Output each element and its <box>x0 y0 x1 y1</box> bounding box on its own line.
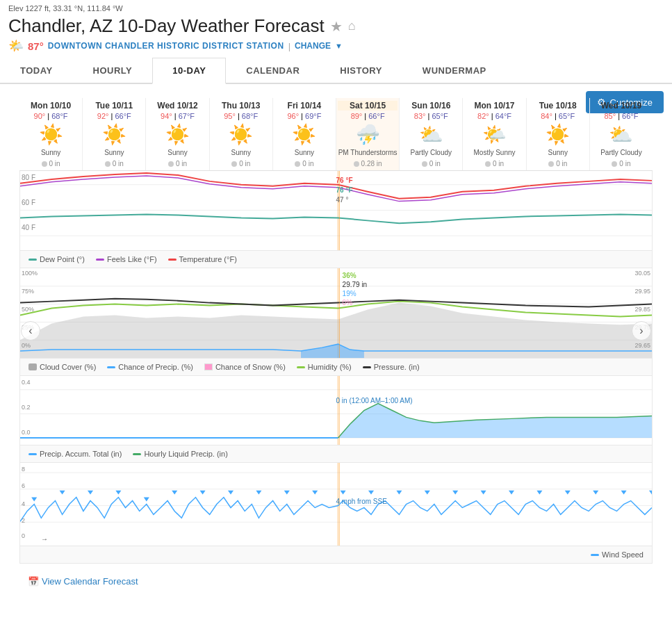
wind-y-4: 4 <box>22 500 25 507</box>
tab-hourly[interactable]: HOURLY <box>73 58 153 83</box>
day-temps-4: 96° | 69°F <box>274 112 334 120</box>
day-precip-7: 0 in <box>464 160 524 167</box>
precip-dot-4 <box>295 161 300 167</box>
precip-svg <box>20 268 652 358</box>
day-col-3: Thu 10/13 95° | 68°F ☀️ Sunny 0 in <box>210 98 273 170</box>
tab-history[interactable]: HISTORY <box>320 58 402 83</box>
day-low-8: 65°F <box>559 112 575 120</box>
svg-marker-41 <box>565 491 571 495</box>
hourly-liquid-color <box>133 453 141 455</box>
precip-val-4: 0 in <box>302 160 313 167</box>
view-calendar-link[interactable]: 📅 View Calendar Forecast <box>28 576 644 587</box>
svg-marker-37 <box>452 491 458 495</box>
legend-cloud-cover: Cloud Cover (%) <box>28 363 96 371</box>
y-right-2995: 29.95 <box>634 288 650 295</box>
wind-chart: 8 6 4 2 0 4 mph from SSE → <box>19 463 653 546</box>
precip-val-3: 0 in <box>239 160 250 167</box>
day-condition-6: Partly Cloudy <box>401 149 461 157</box>
wind-tooltip-value: 4 mph from SSE <box>336 498 387 505</box>
day-low-9: 66°F <box>622 112 638 120</box>
svg-marker-38 <box>481 491 486 495</box>
day-col-5: Sat 10/15 89° | 66°F ⛈️ PM Thunderstorms… <box>336 98 400 170</box>
accum-chart-legend: Precip. Accum. Total (in) Hourly Liquid … <box>19 445 653 463</box>
day-temps-8: 84° | 65°F <box>528 112 588 120</box>
day-precip-5: 0.28 in <box>338 160 398 167</box>
day-col-7: Mon 10/17 82° | 64°F 🌤️ Mostly Sunny 0 i… <box>463 98 526 170</box>
next-arrow[interactable]: › <box>632 321 651 341</box>
home-icon[interactable]: ⌂ <box>348 19 356 33</box>
temp-chart-legend: Dew Point (°) Feels Like (°F) Temperatur… <box>19 251 653 268</box>
day-high-5: 89° <box>351 112 363 120</box>
day-icon-3: ☀️ <box>211 123 271 146</box>
legend-precip-accum: Precip. Accum. Total (in) <box>28 450 122 458</box>
day-high-0: 90° <box>34 112 46 120</box>
precip-val-5: 0.28 in <box>361 160 382 167</box>
station-name[interactable]: DOWNTOWN CHANDLER HISTORIC DISTRICT STAT… <box>48 41 284 51</box>
humidity-label: Humidity (%) <box>308 363 352 371</box>
day-precip-0: 0 in <box>21 160 81 167</box>
day-icon-4: ☀️ <box>274 123 334 146</box>
legend-humidity: Humidity (%) <box>297 363 352 371</box>
precip-chart-legend: Cloud Cover (%) Chance of Precip. (%) Ch… <box>19 359 653 376</box>
wind-speed-color <box>591 554 599 556</box>
day-date-1: Tue 10/11 <box>84 101 144 111</box>
precip-dot-8 <box>548 161 554 167</box>
legend-chance-snow: Chance of Snow (%) <box>204 363 286 371</box>
precip-val-7: 0 in <box>493 160 504 167</box>
tab-calendar[interactable]: CALENDAR <box>226 58 320 83</box>
day-temps-2: 94° | 67°F <box>147 112 207 120</box>
day-temps-0: 90° | 68°F <box>21 112 81 120</box>
day-icon-5: ⛈️ <box>338 123 398 146</box>
svg-marker-39 <box>509 491 514 495</box>
day-icon-1: ☀️ <box>84 123 144 146</box>
humidity-tooltip: 36% <box>343 272 357 279</box>
day-temps-9: 85° | 66°F <box>591 112 651 120</box>
legend-dew-point: Dew Point (°) <box>28 255 85 263</box>
day-col-0: Mon 10/10 90° | 68°F ☀️ Sunny 0 in <box>19 98 83 170</box>
y-label-100: 100% <box>22 270 38 277</box>
day-col-2: Wed 10/12 94° | 67°F ☀️ Sunny 0 in <box>146 98 209 170</box>
day-precip-3: 0 in <box>211 160 271 167</box>
precip-chart: 100% 75% 50% 25% 0% 30.05 29.95 29.85 29… <box>19 268 653 359</box>
change-button[interactable]: CHANGE <box>295 41 331 51</box>
day-condition-7: Mostly Sunny <box>464 149 524 157</box>
tab-wundermap[interactable]: WUNDERMAP <box>402 58 507 83</box>
tab-10day[interactable]: 10-DAY <box>152 58 226 84</box>
chance-snow-label: Chance of Snow (%) <box>215 363 286 371</box>
svg-marker-26 <box>144 498 149 502</box>
view-calendar-text: View Calendar Forecast <box>42 576 138 587</box>
precip-val-0: 0 in <box>49 160 60 167</box>
y-label-40: 40 F <box>22 224 35 231</box>
svg-marker-24 <box>88 491 93 495</box>
day-condition-4: Sunny <box>274 149 334 157</box>
y-label-60: 60 F <box>22 199 35 206</box>
y-label-0: 0% <box>22 342 31 349</box>
feels-like-legend-color <box>96 259 104 261</box>
favorite-star-icon[interactable]: ★ <box>330 18 343 35</box>
day-low-2: 67°F <box>179 112 195 120</box>
chevron-down-icon[interactable]: ▼ <box>335 42 343 50</box>
precip-tooltip-line <box>339 268 340 358</box>
accum-y-04: 0.4 <box>22 379 31 386</box>
day-condition-9: Partly Cloudy <box>591 149 651 157</box>
svg-marker-43 <box>621 491 627 495</box>
svg-marker-22 <box>31 498 37 502</box>
precip-dot-6 <box>422 161 427 167</box>
precip-val-9: 0 in <box>619 160 630 167</box>
day-temps-5: 89° | 66°F <box>338 112 398 120</box>
day-date-7: Mon 10/17 <box>464 101 524 111</box>
wind-speed-label: Wind Speed <box>602 550 644 559</box>
svg-marker-32 <box>312 491 318 495</box>
precip-dot-2 <box>168 161 174 167</box>
tab-today[interactable]: TODAY <box>0 58 73 83</box>
prev-arrow[interactable]: ‹ <box>21 321 40 341</box>
y-right-2985: 29.85 <box>634 306 650 313</box>
y-label-80: 80 F <box>22 174 35 181</box>
day-low-3: 68°F <box>242 112 258 120</box>
days-wrapper: ‹ › Mon 10/10 90° | 68°F ☀️ Sunny 0 in T… <box>19 98 653 564</box>
temperature-chart: 80 F 60 F 40 F 76 °F 76 °F 47 ° <box>19 171 653 251</box>
legend-wind-speed: Wind Speed <box>591 550 644 559</box>
day-low-5: 66°F <box>368 112 384 120</box>
svg-marker-25 <box>115 491 121 495</box>
day-col-8: Tue 10/18 84° | 65°F ☀️ Sunny 0 in <box>527 98 590 170</box>
